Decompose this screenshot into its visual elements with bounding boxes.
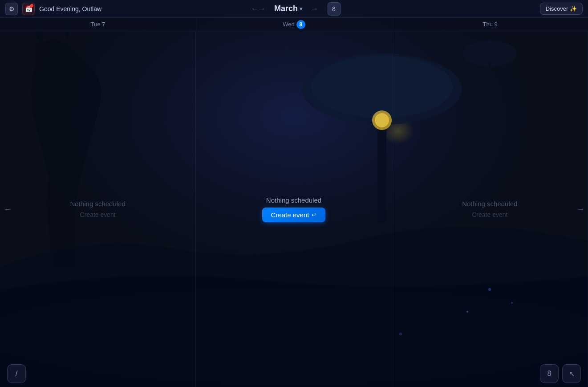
nothing-scheduled-wed8: Nothing scheduled <box>266 196 321 204</box>
month-selector[interactable]: March ▾ <box>274 4 302 13</box>
today-badge: 8 <box>296 20 305 29</box>
side-nav-left-arrow[interactable]: ← <box>4 204 12 214</box>
header-right: Discover ✨ <box>540 3 583 15</box>
day-column-wed8: Nothing scheduled Create event ↵ <box>196 31 392 387</box>
header: ⚙ 📅 Good Evening, Outlaw ←→ March ▾ → 8 … <box>0 0 588 18</box>
bottom-right-controls: 8 ↖ <box>540 364 581 383</box>
nothing-scheduled-tue7: Nothing scheduled <box>70 200 126 208</box>
create-event-link-thu9[interactable]: Create event <box>472 211 507 218</box>
day-header-thu9: Thu 9 <box>392 18 588 31</box>
day-column-thu9: Nothing scheduled Create event <box>392 31 588 387</box>
cursor-icon: ↖ <box>569 370 575 378</box>
day-column-tue7: Nothing scheduled Create event <box>0 31 196 387</box>
cursor-mode-button[interactable]: ↖ <box>562 364 581 383</box>
header-left: ⚙ 📅 Good Evening, Outlaw <box>5 3 101 15</box>
prev-nav-arrow[interactable]: ←→ <box>247 3 269 15</box>
gear-icon: ⚙ <box>9 5 15 12</box>
month-label: March <box>274 4 298 13</box>
notification-dot <box>30 4 33 7</box>
create-event-label: Create event <box>271 211 309 219</box>
greeting-text: Good Evening, Outlaw <box>39 5 101 12</box>
return-icon: ↵ <box>312 212 316 218</box>
calendar-main: ← Nothing scheduled Create event Nothing… <box>0 31 588 387</box>
slash-command-button[interactable]: / <box>7 364 26 383</box>
create-event-button[interactable]: Create event ↵ <box>262 208 326 222</box>
create-event-link-tue7[interactable]: Create event <box>80 211 116 218</box>
chevron-down-icon: ▾ <box>300 6 302 12</box>
nothing-scheduled-thu9: Nothing scheduled <box>462 200 517 208</box>
current-day-badge: 8 <box>327 2 341 16</box>
side-nav-right-arrow[interactable]: → <box>576 204 584 214</box>
header-center: ←→ March ▾ → 8 <box>247 2 341 16</box>
today-number-button[interactable]: 8 <box>540 364 559 383</box>
settings-button[interactable]: ⚙ <box>5 3 18 15</box>
calendar-app-button[interactable]: 📅 <box>22 3 35 15</box>
discover-button[interactable]: Discover ✨ <box>540 3 583 15</box>
next-nav-arrow[interactable]: → <box>308 3 322 15</box>
day-header-wed8: Wed 8 <box>196 18 393 31</box>
day-headers-row: Tue 7 Wed 8 Thu 9 <box>0 18 588 31</box>
day-header-tue7: Tue 7 <box>0 18 196 31</box>
